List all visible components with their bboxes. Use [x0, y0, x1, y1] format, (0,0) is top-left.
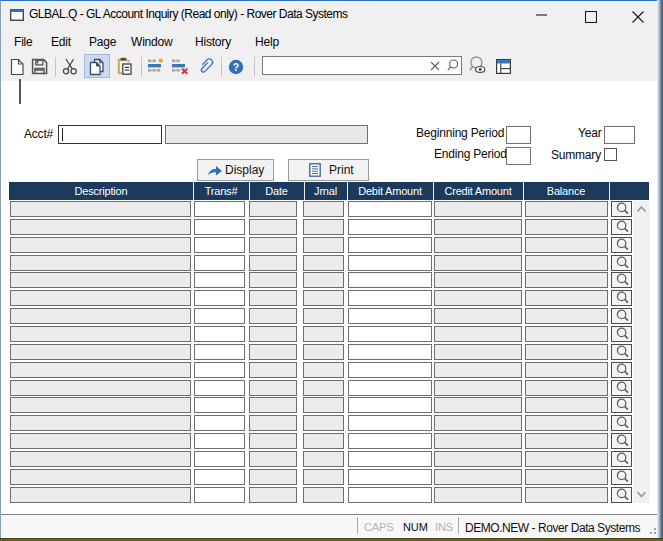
svg-text:?: ? [233, 61, 239, 73]
